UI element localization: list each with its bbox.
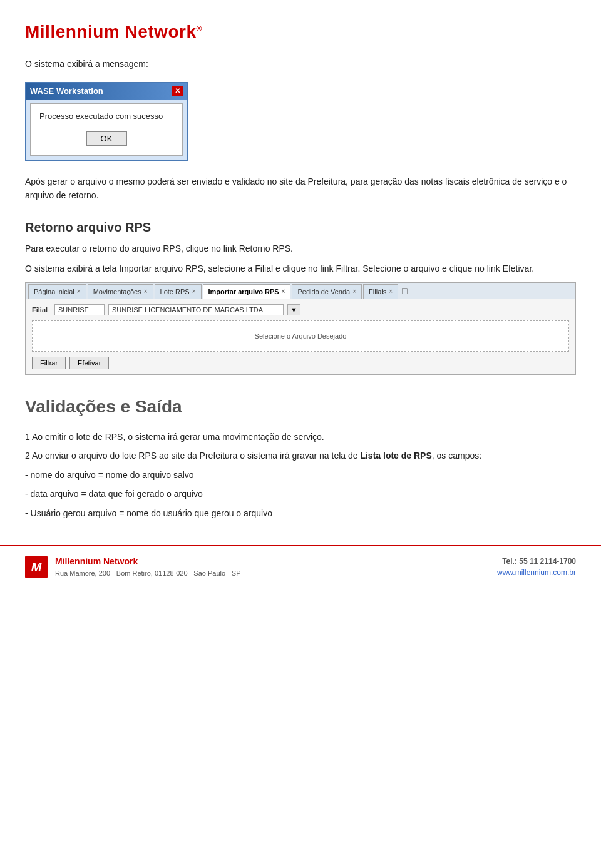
page-footer: M Millennium Network Rua Mamoré, 200 - B… — [0, 545, 601, 588]
page-title: Millennium Network® — [25, 19, 576, 45]
dialog-close-button[interactable]: ✕ — [172, 86, 183, 96]
tab-close-icon[interactable]: × — [144, 287, 148, 296]
tab-close-icon[interactable]: × — [282, 287, 285, 296]
retorno-section-heading: Retorno arquivo RPS — [25, 218, 576, 237]
validacoes-heading: Validações e Saída — [25, 394, 576, 420]
validacoes-item2: 2 Ao enviar o arquivo do lote RPS ao sit… — [25, 449, 576, 462]
footer-right: Tel.: 55 11 2114-1700 www.millennium.com… — [497, 556, 576, 578]
select-area-text: Selecione o Arquivo Desejado — [255, 331, 347, 342]
footer-website: www.millennium.com.br — [497, 567, 576, 578]
screen-action-row: Filtrar Efetivar — [32, 357, 569, 369]
add-tab-button[interactable]: □ — [399, 285, 409, 297]
tab-close-icon[interactable]: × — [352, 287, 356, 296]
dialog-message: Processo executado com sucesso — [39, 110, 173, 123]
tab-lote-rps[interactable]: Lote RPS × — [155, 284, 202, 299]
filial-label: Filial — [32, 305, 51, 315]
dialog-title: WASE Workstation — [30, 85, 103, 98]
dialog-box: WASE Workstation ✕ Processo executado co… — [25, 82, 188, 161]
retorno-para2: O sistema exibirá a tela Importar arquiv… — [25, 262, 576, 275]
validacoes-item1: 1 Ao emitir o lote de RPS, o sistema irá… — [25, 430, 576, 444]
screen-tabs: Página inicial × Movimentações × Lote RP… — [26, 283, 575, 300]
filial-row: Filial ▼ — [32, 304, 569, 315]
footer-address: Rua Mamoré, 200 - Bom Retiro, 01128-020 … — [55, 568, 241, 579]
tab-close-icon[interactable]: × — [192, 287, 196, 296]
tab-filiais[interactable]: Filiais × — [363, 284, 398, 299]
efetivar-button[interactable]: Efetivar — [69, 357, 109, 369]
retorno-para1: Para executar o retorno do arquivo RPS, … — [25, 242, 576, 255]
dialog-body: Processo executado com sucesso OK — [30, 103, 183, 156]
filial-name-input[interactable] — [108, 304, 284, 315]
tab-importar-arquivo-rps[interactable]: Importar arquivo RPS × — [203, 284, 291, 300]
footer-phone: Tel.: 55 11 2114-1700 — [497, 556, 576, 567]
footer-logo: M — [25, 556, 48, 578]
select-file-area[interactable]: Selecione o Arquivo Desejado — [32, 320, 569, 352]
dialog-titlebar: WASE Workstation ✕ — [26, 83, 187, 100]
filial-dropdown-button[interactable]: ▼ — [287, 304, 300, 315]
tab-pedido-de-venda[interactable]: Pedido de Venda × — [292, 284, 362, 299]
filtrar-button[interactable]: Filtrar — [32, 357, 66, 369]
tab-movimentacoes[interactable]: Movimentações × — [88, 284, 153, 299]
dialog-ok-button[interactable]: OK — [86, 131, 128, 146]
intro-text: O sistema exibirá a mensagem: — [25, 58, 576, 71]
dialog-wrapper: WASE Workstation ✕ Processo executado co… — [25, 82, 576, 161]
tab-close-icon[interactable]: × — [77, 287, 81, 296]
validacoes-field3: - Usuário gerou arquivo = nome do usuári… — [25, 506, 576, 520]
footer-left: M Millennium Network Rua Mamoré, 200 - B… — [25, 555, 241, 579]
footer-brand: Millennium Network Rua Mamoré, 200 - Bom… — [55, 555, 241, 579]
after-dialog-text: Após gerar o arquivo o mesmo poderá ser … — [25, 175, 576, 203]
validacoes-field2: - data arquivo = data que foi gerado o a… — [25, 487, 576, 501]
filial-code-input[interactable] — [54, 304, 105, 315]
tab-pagina-inicial[interactable]: Página inicial × — [28, 284, 86, 299]
validacoes-field1: - nome do arquivo = nome do arquivo salv… — [25, 468, 576, 482]
screen-mockup: Página inicial × Movimentações × Lote RP… — [25, 282, 576, 375]
screen-content: Filial ▼ Selecione o Arquivo Desejado Fi… — [26, 299, 575, 374]
footer-brand-name: Millennium Network — [55, 555, 241, 568]
tab-close-icon[interactable]: × — [389, 287, 393, 296]
